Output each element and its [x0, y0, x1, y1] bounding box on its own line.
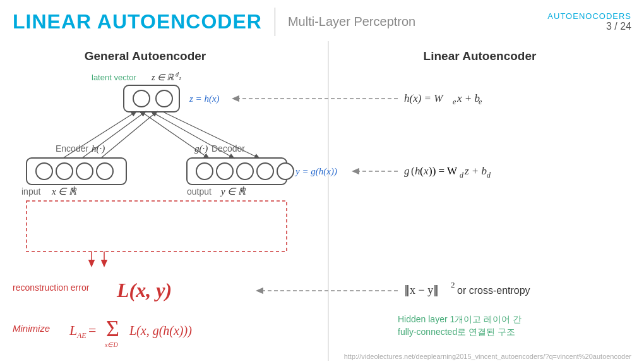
korean-note-1: Hidden layer 1개이고 레이어 간 [398, 314, 522, 324]
recon-dashed-box [27, 201, 287, 252]
svg-text:)) = W: )) = W [429, 165, 458, 177]
korean-note-2: fully-connected로 연결된 구조 [398, 327, 515, 337]
latent-node-1 [133, 90, 150, 107]
input-node-2 [56, 163, 73, 179]
svg-text:d: d [460, 171, 464, 179]
output-node-5 [277, 163, 294, 179]
svg-text:d: d [487, 171, 491, 179]
output-node-1 [196, 163, 213, 179]
header-divider [275, 8, 275, 36]
latent-math: z ∈ ℝ [151, 73, 174, 82]
diagram-svg: General Autoencoder Linear Autoencoder l… [0, 41, 644, 361]
page-number: 3 / 24 [547, 21, 631, 32]
eq1-h: h(x) = W [404, 92, 444, 104]
svg-text:z + b: z + b [464, 165, 487, 177]
recon-label: reconstruction error [13, 282, 90, 293]
output-node-4 [257, 163, 273, 179]
input-math-sup: d [71, 185, 75, 192]
svg-text:AE: AE [76, 331, 86, 340]
svg-text:e: e [479, 97, 482, 106]
latent-label: latent vector [92, 73, 136, 82]
arrow-latent-output-3 [163, 112, 259, 158]
input-label: input [21, 186, 40, 197]
subtitle: Multi-Layer Perceptron [288, 15, 415, 29]
svg-text:x + b: x + b [456, 92, 480, 104]
arrow-latent-output-1 [141, 112, 208, 158]
latent-node-2 [156, 90, 172, 107]
category-label: AUTOENOCODERS [547, 11, 631, 21]
svg-text:=: = [88, 322, 96, 338]
svg-text:L(x, g(h(x))): L(x, g(h(x))) [129, 324, 192, 338]
arrow-latent-output-2 [152, 112, 234, 158]
output-label: output [187, 186, 212, 197]
top-right-info: AUTOENOCODERS 3 / 24 [547, 11, 631, 32]
header: LINEAR AUTOENCODER Multi-Layer Perceptro… [0, 0, 644, 41]
input-node-4 [97, 163, 113, 179]
input-node-1 [36, 163, 52, 179]
svg-text:or cross-entropy: or cross-entropy [457, 285, 530, 296]
footer-url: http://videolectures.net/deeplearning201… [344, 353, 631, 360]
y-eq: y = g(h(x)) [294, 166, 337, 177]
eq2-g: g [404, 165, 410, 177]
eq3-norm: ‖x − y‖ [404, 284, 439, 296]
svg-text:e: e [453, 97, 456, 106]
output-math-sup: d [241, 185, 244, 192]
minimize-label: Minimize [13, 323, 50, 334]
minimize-math-lae: L [69, 322, 77, 338]
svg-text:z: z [179, 75, 182, 81]
arrow-input-latent-3 [101, 112, 157, 158]
output-node-3 [237, 163, 253, 179]
z-eq: z = h(x) [189, 94, 220, 104]
encoder-func: h(·) [92, 143, 105, 154]
svg-text:Σ: Σ [106, 316, 119, 341]
page-title: LINEAR AUTOENCODER [13, 10, 262, 33]
recon-math: L(x, y) [116, 279, 172, 301]
svg-text:x: x [423, 165, 429, 177]
arrow-input-latent-2 [82, 112, 145, 158]
left-panel-title: General Autoencoder [85, 49, 206, 63]
main-content: General Autoencoder Linear Autoencoder l… [0, 41, 644, 361]
svg-text:2: 2 [451, 280, 455, 289]
input-node-3 [76, 163, 93, 179]
output-node-2 [217, 163, 233, 179]
right-panel-title: Linear Autoencoder [424, 49, 537, 63]
svg-text:x∈D: x∈D [104, 341, 118, 348]
